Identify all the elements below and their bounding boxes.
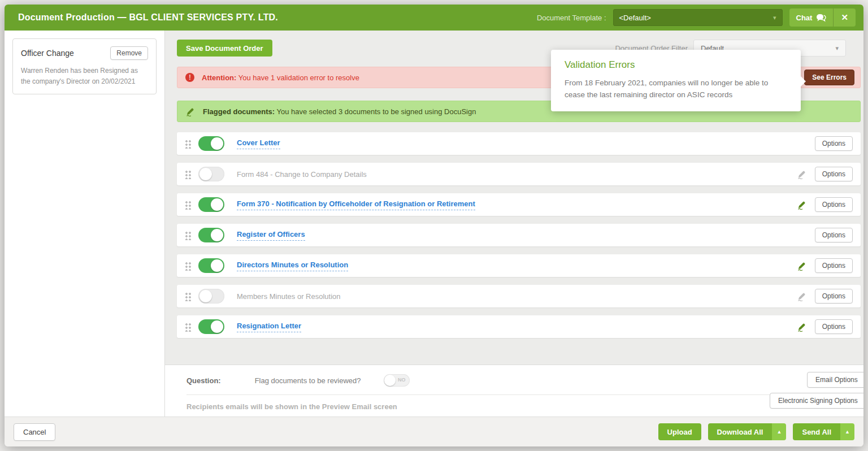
document-row: Register of Officers Options <box>177 224 861 246</box>
document-link[interactable]: Register of Officers <box>237 230 305 241</box>
document-toggle[interactable] <box>198 136 224 151</box>
drag-handle-icon[interactable] <box>185 139 192 149</box>
document-options-button[interactable]: Options <box>815 258 853 273</box>
document-row: Directors Minutes or Resolution Options <box>177 254 861 277</box>
send-all-split-button: Send All ▲ <box>793 423 854 440</box>
bottom-panel: Question: Flag documents to be reviewed?… <box>165 365 863 417</box>
chat-button-group: Chat ✕ <box>789 8 856 27</box>
officer-change-title: Officer Change <box>21 49 74 58</box>
close-icon[interactable]: ✕ <box>834 8 856 27</box>
email-options-button[interactable]: Email Options <box>807 372 863 388</box>
officer-change-card: Officer Change Remove Warren Renden has … <box>12 38 157 94</box>
document-link[interactable]: Cover Letter <box>237 138 280 149</box>
exclamation-circle-icon: ! <box>185 73 194 82</box>
officer-change-card-header: Officer Change Remove <box>21 46 148 60</box>
toggle-knob <box>384 375 396 386</box>
document-link[interactable]: Form 484 - Change to Company Details <box>237 170 367 179</box>
document-link[interactable]: Directors Minutes or Resolution <box>237 261 348 271</box>
document-toggle[interactable] <box>198 258 224 273</box>
document-options-button[interactable]: Options <box>815 167 853 181</box>
drag-handle-icon[interactable] <box>185 200 192 210</box>
validation-error-message: You have 1 validation error to resolve <box>238 73 359 82</box>
flag-review-question: Flag documents to be reviewed? <box>255 376 361 385</box>
document-production-modal: Document Production — BGL CLIENT SERVICE… <box>5 5 863 446</box>
document-toggle[interactable] <box>198 228 224 242</box>
upload-button[interactable]: Upload <box>658 423 701 440</box>
toggle-knob <box>199 168 212 180</box>
send-all-arrow-up-icon[interactable]: ▲ <box>840 423 854 440</box>
document-options-button[interactable]: Options <box>815 319 853 334</box>
document-list: Cover Letter Options Form 484 - Change t… <box>177 132 861 338</box>
document-link[interactable]: Resignation Letter <box>237 322 301 332</box>
toggle-knob <box>211 137 223 150</box>
toggle-knob <box>211 320 223 333</box>
officer-change-description: Warren Renden has been Resigned as the c… <box>21 66 148 86</box>
flagged-documents-text: Flagged documents: You have selected 3 d… <box>203 107 476 116</box>
drag-handle-icon[interactable] <box>185 322 192 332</box>
document-template-label: Document Template : <box>537 14 606 22</box>
save-document-order-button[interactable]: Save Document Order <box>177 40 272 57</box>
signature-pen-icon <box>797 322 807 332</box>
drag-handle-icon[interactable] <box>185 292 192 301</box>
modal-header: Document Production — BGL CLIENT SERVICE… <box>5 5 863 31</box>
document-template-value: <Default> <box>619 14 651 22</box>
row-actions: Options <box>797 167 855 181</box>
document-options-button[interactable]: Options <box>815 228 853 242</box>
signature-pen-icon <box>797 291 807 301</box>
document-link[interactable]: Members Minutes or Resolution <box>237 292 341 301</box>
row-actions: Options <box>797 228 855 242</box>
see-errors-button[interactable]: See Errors <box>804 70 854 85</box>
drag-handle-icon[interactable] <box>185 170 192 179</box>
row-actions: Options <box>797 289 855 303</box>
send-all-button[interactable]: Send All <box>793 423 840 440</box>
document-options-button[interactable]: Options <box>815 136 853 151</box>
download-all-split-button: Download All ▲ <box>708 423 787 440</box>
document-toggle[interactable] <box>198 319 224 334</box>
document-row: Form 484 - Change to Company Details Opt… <box>177 163 861 185</box>
question-section: Question: Flag documents to be reviewed?… <box>186 365 770 417</box>
document-row: Members Minutes or Resolution Options <box>177 285 861 307</box>
document-link[interactable]: Form 370 - Notification by Officeholder … <box>237 200 475 210</box>
row-actions: Options <box>797 136 855 151</box>
modal-footer: Cancel Upload Download All ▲ Send All ▲ <box>5 417 863 446</box>
signature-pen-icon <box>185 106 196 116</box>
flagged-documents-message: You have selected 3 documents to be sign… <box>277 107 476 116</box>
signature-pen-icon <box>797 200 807 210</box>
cancel-button[interactable]: Cancel <box>14 423 55 441</box>
drag-handle-icon[interactable] <box>185 261 192 271</box>
toggle-knob <box>211 229 223 241</box>
document-options-button[interactable]: Options <box>815 197 853 212</box>
document-options-button[interactable]: Options <box>815 289 853 303</box>
document-row: Form 370 - Notification by Officeholder … <box>177 193 861 216</box>
electronic-signing-options-button[interactable]: Electronic Signing Options <box>770 393 863 409</box>
document-toggle[interactable] <box>198 289 224 303</box>
toggle-knob <box>199 290 212 302</box>
toggle-knob <box>211 198 223 211</box>
footer-actions: Upload Download All ▲ Send All ▲ <box>658 423 854 440</box>
sidebar: Officer Change Remove Warren Renden has … <box>5 31 165 417</box>
document-template-select[interactable]: <Default> ▾ <box>613 9 783 26</box>
caret-down-icon: ▾ <box>773 14 776 21</box>
question-label: Question: <box>186 376 221 385</box>
caret-down-icon: ▾ <box>835 45 839 52</box>
drag-handle-icon[interactable] <box>185 231 192 240</box>
signature-pen-icon <box>797 261 807 271</box>
chat-button[interactable]: Chat <box>789 8 834 27</box>
download-all-button[interactable]: Download All <box>708 423 772 440</box>
flag-review-toggle[interactable]: NO <box>384 374 410 387</box>
validation-errors-popup: Validation Errors From 18 February 2021,… <box>551 50 801 111</box>
toggle-no-label: NO <box>398 377 406 383</box>
chat-button-label: Chat <box>796 14 813 22</box>
download-all-arrow-up-icon[interactable]: ▲ <box>772 423 786 440</box>
document-toggle[interactable] <box>198 167 224 181</box>
attention-label: Attention: <box>202 73 236 82</box>
row-actions: Options <box>797 319 855 334</box>
document-toggle[interactable] <box>198 197 224 212</box>
remove-button[interactable]: Remove <box>110 46 148 60</box>
row-actions: Options <box>797 258 855 273</box>
recipients-note: Recipients emails will be shown in the P… <box>186 402 770 411</box>
document-row: Cover Letter Options <box>177 132 861 155</box>
signature-pen-icon <box>797 169 807 179</box>
page-title: Document Production — BGL CLIENT SERVICE… <box>18 12 278 23</box>
popup-message: From 18 February 2021, companies will no… <box>565 77 787 101</box>
